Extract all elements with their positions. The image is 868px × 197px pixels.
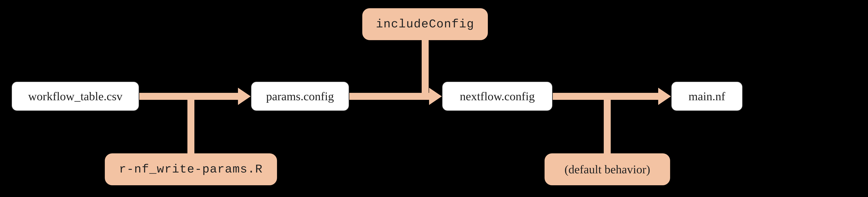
node-nextflow-config: nextflow.config (442, 81, 553, 111)
node-label: includeConfig (376, 18, 474, 31)
arrow-3-head (658, 88, 671, 105)
node-label: (default behavior) (564, 162, 650, 176)
node-label: main.nf (689, 89, 725, 103)
arrow-2-head (429, 88, 442, 105)
arrow-2-stem (422, 40, 429, 100)
node-write-params: r-nf_write-params.R (105, 153, 277, 185)
node-label: r-nf_write-params.R (119, 163, 262, 176)
arrow-1-stem (187, 93, 194, 153)
node-include-config: includeConfig (362, 8, 488, 40)
node-label: params.config (266, 89, 334, 103)
node-label: nextflow.config (460, 89, 535, 103)
node-workflow-table: workflow_table.csv (11, 81, 139, 111)
node-params-config: params.config (251, 81, 349, 111)
arrow-1-head (238, 88, 251, 105)
node-default-behavior: (default behavior) (545, 153, 670, 185)
arrow-3-stem (604, 93, 611, 153)
arrow-2-shaft (349, 93, 431, 100)
node-main-nf: main.nf (671, 81, 743, 111)
node-label: workflow_table.csv (28, 89, 122, 103)
